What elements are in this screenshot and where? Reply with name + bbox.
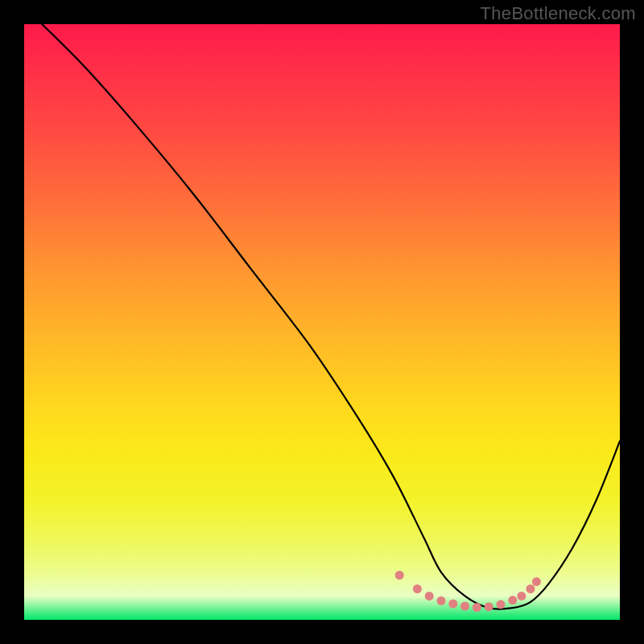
highlight-dot <box>448 600 457 609</box>
highlight-dot <box>526 584 535 593</box>
highlight-dot <box>425 592 434 601</box>
watermark-text: TheBottleneck.com <box>481 3 636 24</box>
highlight-dot <box>413 584 422 593</box>
highlight-dot <box>508 596 517 605</box>
highlight-dot <box>473 603 481 612</box>
highlight-dot <box>517 592 526 601</box>
chart-frame: TheBottleneck.com <box>0 0 644 644</box>
chart-svg <box>24 24 620 620</box>
optimal-range-markers <box>395 571 541 612</box>
highlight-dot <box>437 597 446 605</box>
highlight-dot <box>395 571 404 580</box>
highlight-dot <box>532 577 541 586</box>
bottleneck-curve <box>42 24 620 609</box>
highlight-dot <box>460 602 469 611</box>
highlight-dot <box>497 600 506 609</box>
highlight-dot <box>485 602 493 611</box>
plot-area <box>24 24 620 620</box>
